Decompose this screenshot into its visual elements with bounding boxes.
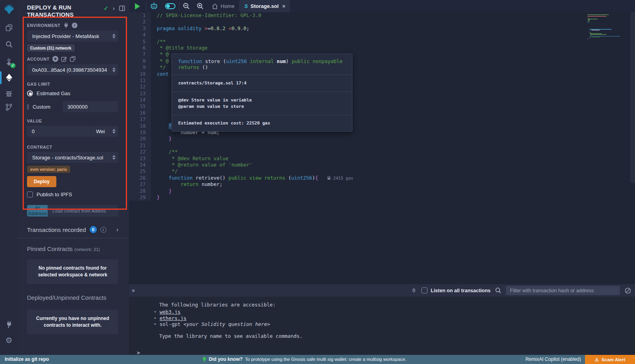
create-account-icon[interactable] bbox=[52, 56, 58, 62]
custom-gas-radio[interactable]: Custom bbox=[27, 101, 118, 112]
zoom-out-button[interactable] bbox=[179, 0, 193, 12]
terminal-output[interactable]: The following libraries are accessible: … bbox=[129, 297, 635, 355]
zoom-in-icon bbox=[197, 3, 204, 10]
close-tab-icon[interactable]: × bbox=[282, 3, 285, 9]
code-line[interactable]: 21 bbox=[129, 142, 635, 149]
code-line[interactable]: 20 } bbox=[129, 136, 635, 142]
terminal-solgpt-item: sol-gpt <your Solidity question here> bbox=[136, 321, 635, 328]
line-number: 5 bbox=[129, 38, 151, 45]
terminal-tx-count: 0 bbox=[412, 288, 415, 293]
deploy-button[interactable]: Deploy bbox=[27, 176, 56, 187]
line-number: 28 bbox=[129, 188, 151, 194]
panel-forward-icon[interactable]: › bbox=[113, 5, 115, 11]
tab-home[interactable]: Home bbox=[207, 0, 239, 12]
code-line[interactable]: 27 return number; bbox=[129, 181, 635, 188]
terminal-search-icon[interactable] bbox=[495, 287, 501, 293]
checkbox-icon bbox=[27, 192, 33, 197]
code-line[interactable]: 2 bbox=[129, 19, 635, 25]
custom-gas-label: Custom bbox=[33, 104, 50, 110]
search-icon[interactable] bbox=[0, 37, 18, 52]
publish-ipfs-checkbox[interactable]: Publish to IPFS bbox=[27, 192, 129, 197]
copilot-status[interactable]: RemixAI Copilot (enabled) bbox=[525, 355, 581, 364]
code-line[interactable]: 23 * @dev Return value bbox=[129, 155, 635, 162]
pinned-contracts-title: Pinned Contracts bbox=[27, 245, 73, 252]
value-input[interactable] bbox=[27, 126, 90, 137]
scam-alert-button[interactable]: ⚠ Scam Alert bbox=[585, 355, 635, 364]
function-hover-tooltip: function store (uint256 internal num) pu… bbox=[171, 54, 352, 132]
line-number: 16 bbox=[129, 110, 151, 116]
deployed-contracts-title: Deployed/Unpinned Contracts bbox=[27, 294, 106, 301]
toggle-on-icon bbox=[165, 3, 175, 9]
code-editor[interactable]: 1// SPDX-License-Identifier: GPL-3.023pr… bbox=[129, 12, 635, 284]
solidity-compiler-icon[interactable]: ✓ bbox=[0, 55, 18, 69]
line-number: 12 bbox=[129, 84, 151, 90]
filter-transactions-input[interactable] bbox=[506, 286, 620, 295]
terminal-hint: Type the library name to see available c… bbox=[136, 333, 635, 339]
line-number: 1 bbox=[129, 12, 151, 19]
git-init-status[interactable]: Initialize as git repo bbox=[5, 355, 49, 364]
zoom-in-button[interactable] bbox=[193, 0, 207, 12]
remix-logo-icon[interactable] bbox=[0, 2, 18, 16]
debugger-icon[interactable] bbox=[0, 86, 18, 101]
terminal-library-link[interactable]: web3.js bbox=[136, 309, 635, 315]
custom-gas-input[interactable] bbox=[63, 101, 118, 112]
deploy-run-icon[interactable] bbox=[0, 71, 18, 85]
network-badge: Custom (31) network bbox=[27, 44, 75, 52]
tab-storage-sol[interactable]: S Storage.sol × bbox=[240, 0, 290, 12]
pin-panel-icon[interactable] bbox=[119, 6, 125, 11]
code-line[interactable]: 6 * @title Storage bbox=[129, 45, 635, 51]
plug-icon[interactable] bbox=[63, 22, 69, 28]
code-line[interactable]: 4 bbox=[129, 32, 635, 38]
value-unit-select[interactable]: Wei bbox=[90, 126, 118, 137]
line-number: 22 bbox=[129, 149, 151, 155]
account-value: 0xA03...85ac4 (0.398673504934 bbox=[32, 67, 107, 73]
compile-success-badge: ✓ bbox=[10, 63, 15, 68]
environment-select[interactable]: Injected Provider - MetaMask bbox=[27, 31, 118, 42]
line-number: 11 bbox=[129, 77, 151, 84]
ai-copilot-button[interactable] bbox=[146, 0, 162, 12]
sign-message-icon[interactable] bbox=[61, 56, 67, 62]
transactions-info-icon[interactable]: i bbox=[100, 227, 106, 233]
copy-address-icon[interactable] bbox=[70, 56, 76, 62]
plugin-manager-icon[interactable] bbox=[0, 317, 18, 331]
copilot-toggle[interactable] bbox=[162, 0, 179, 12]
at-address-button[interactable]: At Address bbox=[27, 205, 48, 216]
estimated-gas-radio[interactable]: Estimated Gas bbox=[27, 89, 118, 98]
play-icon bbox=[135, 3, 140, 10]
transactions-expand-icon[interactable]: › bbox=[116, 226, 118, 233]
contract-select[interactable]: Storage - contracts/Storage.sol bbox=[27, 152, 118, 163]
code-line[interactable]: 24 * @return value of 'number' bbox=[129, 162, 635, 168]
tooltip-location: contracts/Storage.sol 17:4 bbox=[172, 75, 352, 92]
code-line[interactable]: 5/** bbox=[129, 38, 635, 45]
contract-value: Storage - contracts/Storage.sol bbox=[32, 155, 103, 161]
icon-sidebar: ✓ ⚙ bbox=[0, 0, 18, 355]
code-line[interactable]: 1// SPDX-License-Identifier: GPL-3.0 bbox=[129, 12, 635, 19]
editor-scrollbar[interactable] bbox=[630, 12, 635, 183]
terminal-collapse-icon[interactable]: » bbox=[131, 289, 137, 292]
code-line[interactable]: 22 /** bbox=[129, 149, 635, 155]
code-line[interactable]: 25 */ bbox=[129, 168, 635, 174]
publish-ipfs-label: Publish to IPFS bbox=[37, 192, 72, 197]
tooltip-cost: Estimated execution cost: 22520 gas bbox=[172, 115, 352, 131]
git-icon[interactable] bbox=[0, 100, 18, 114]
radio-selected-icon bbox=[27, 90, 33, 96]
environment-info-icon[interactable]: i bbox=[72, 23, 77, 28]
listen-all-checkbox[interactable]: Listen on all transactions bbox=[421, 287, 491, 293]
transactions-recorded-row[interactable]: Transactions recorded 0 i › bbox=[27, 226, 118, 233]
minimap[interactable] bbox=[587, 14, 629, 39]
code-line[interactable]: 29} bbox=[129, 194, 635, 201]
code-line[interactable]: 26 function retrieve() public view retur… bbox=[129, 175, 635, 181]
load-contract-input[interactable] bbox=[48, 205, 118, 216]
clear-console-icon[interactable] bbox=[625, 287, 631, 294]
account-select[interactable]: 0xA03...85ac4 (0.398673504934 bbox=[27, 64, 118, 75]
code-line[interactable]: 28 } bbox=[129, 188, 635, 194]
line-number: 23 bbox=[129, 155, 151, 162]
run-script-button[interactable] bbox=[129, 0, 146, 12]
terminal-library-link[interactable]: ethers.js bbox=[136, 315, 635, 322]
file-explorer-icon[interactable] bbox=[0, 21, 18, 35]
tooltip-signature: function store (uint256 internal num) pu… bbox=[172, 54, 352, 75]
code-line[interactable]: 3pragma solidity >=0.8.2 <0.9.0; bbox=[129, 25, 635, 32]
evm-version-badge: evm version: paris bbox=[27, 166, 70, 173]
settings-gear-icon[interactable]: ⚙ bbox=[0, 333, 18, 347]
status-bar: Initialize as git repo Did you know? To … bbox=[0, 355, 635, 364]
